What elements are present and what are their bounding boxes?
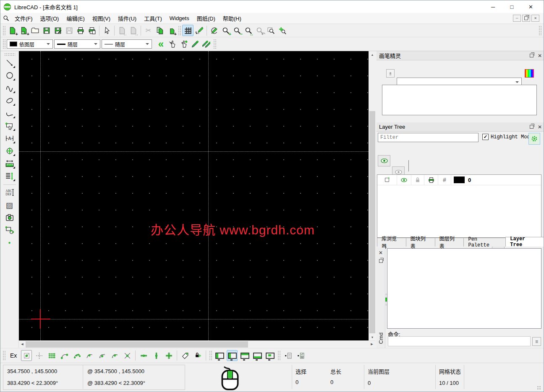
print-preview-button[interactable] bbox=[86, 25, 97, 36]
toolbar-handle[interactable] bbox=[3, 39, 5, 49]
float-panel-icon[interactable] bbox=[530, 125, 534, 129]
float-panel-icon[interactable] bbox=[379, 259, 383, 263]
dock-area-floating-button[interactable] bbox=[264, 350, 275, 361]
circle-tool-button[interactable] bbox=[3, 70, 16, 81]
layer-name[interactable]: 0 bbox=[468, 177, 471, 183]
toolbar-handle[interactable] bbox=[539, 26, 541, 36]
mdi-close-button[interactable]: ✕ bbox=[531, 15, 539, 22]
add-toolbar-widget-button[interactable] bbox=[295, 350, 306, 361]
draft-mode-button[interactable] bbox=[194, 25, 205, 36]
dock-area-bottom-button[interactable] bbox=[252, 350, 263, 361]
tab-layer-tree[interactable]: Layer Tree bbox=[505, 237, 544, 247]
open-button[interactable] bbox=[29, 25, 41, 36]
snap-entity-button[interactable] bbox=[71, 350, 82, 361]
toolbar-handle[interactable] bbox=[3, 26, 5, 36]
copy-button[interactable] bbox=[154, 25, 165, 36]
select-tool-button[interactable] bbox=[3, 120, 16, 132]
explode-text-tool-button[interactable]: ABCDEF bbox=[3, 187, 16, 198]
close-panel-icon[interactable]: ✕ bbox=[379, 250, 383, 256]
snap-relative-zero-button[interactable] bbox=[180, 350, 191, 361]
save-all-button[interactable] bbox=[63, 25, 75, 36]
menu-drawings[interactable]: 图纸(D) bbox=[193, 13, 219, 23]
snap-middle-button[interactable] bbox=[84, 350, 95, 361]
scroll-down-icon[interactable]: ▼ bbox=[369, 334, 376, 340]
point-tool-button[interactable]: ● bbox=[3, 237, 16, 249]
tab-block-list[interactable]: 图块列表 bbox=[406, 238, 435, 247]
dock-area-top-button[interactable] bbox=[239, 350, 250, 361]
restrict-horizontal-button[interactable] bbox=[138, 350, 149, 361]
scroll-right-icon[interactable]: ▶ bbox=[369, 341, 375, 348]
apply-pen-all-button[interactable] bbox=[201, 39, 212, 50]
toolbar-handle[interactable] bbox=[213, 39, 216, 49]
color-combobox[interactable]: 依图层 bbox=[7, 39, 53, 49]
zoom-auto-button[interactable]: ↔ bbox=[243, 25, 254, 36]
pen-plusminus-button[interactable]: ± bbox=[386, 69, 395, 78]
paste-button[interactable]: + bbox=[165, 25, 177, 36]
float-panel-icon[interactable] bbox=[530, 54, 534, 57]
command-history[interactable] bbox=[387, 248, 541, 329]
snap-intersection-button[interactable] bbox=[122, 350, 133, 361]
snap-endpoints-button[interactable] bbox=[59, 350, 70, 361]
snap-center-button[interactable] bbox=[97, 350, 107, 361]
print-button[interactable] bbox=[75, 25, 86, 36]
menu-widgets[interactable]: Widgets bbox=[166, 14, 193, 23]
menu-help[interactable]: 帮助(H) bbox=[219, 13, 245, 23]
lineweight-combobox[interactable]: 随层 bbox=[54, 39, 100, 49]
linetype-combobox[interactable]: 随层 bbox=[102, 39, 152, 49]
menu-edit[interactable]: 编辑(E) bbox=[63, 13, 88, 23]
layer-construction-icon[interactable]: # bbox=[438, 175, 451, 185]
scroll-up-icon[interactable]: ▲ bbox=[369, 51, 376, 58]
redo-button[interactable]: → bbox=[128, 25, 139, 36]
maximize-button[interactable]: □ bbox=[502, 1, 521, 13]
line-tool-button[interactable] bbox=[3, 57, 16, 69]
layer-settings-button[interactable] bbox=[528, 133, 540, 145]
vertical-scrollbar[interactable]: ▲ ▼ bbox=[369, 51, 376, 340]
tab-pen-palette[interactable]: Pen Palette bbox=[463, 238, 506, 247]
save-as-button[interactable] bbox=[52, 25, 63, 36]
close-panel-icon[interactable]: ✕ bbox=[538, 124, 542, 130]
image-tool-button[interactable] bbox=[3, 212, 16, 223]
lock-relative-zero-button[interactable] bbox=[192, 350, 203, 361]
layer-show-all-button[interactable] bbox=[378, 155, 390, 166]
color-picker-button[interactable] bbox=[525, 69, 534, 78]
drawing-canvas[interactable]: 办公人导航 www.bgrdh.com bbox=[19, 51, 369, 340]
block-tool-button[interactable] bbox=[3, 224, 16, 236]
layer-filter-input[interactable] bbox=[378, 133, 479, 142]
dimension-tool-button[interactable]: A bbox=[3, 132, 16, 144]
snap-distance-button[interactable] bbox=[109, 350, 120, 361]
zoom-window-button[interactable] bbox=[265, 25, 277, 36]
horizontal-scrollbar[interactable]: ◀ ▶ bbox=[19, 340, 375, 348]
scroll-left-icon[interactable]: ◀ bbox=[19, 341, 26, 348]
restrict-orthogonal-button[interactable] bbox=[163, 350, 174, 361]
dock-area-left-button[interactable] bbox=[214, 350, 225, 361]
pick-entity-button[interactable] bbox=[167, 39, 178, 50]
undo-button[interactable]: ← bbox=[116, 25, 128, 36]
new-drawing-button[interactable]: + bbox=[7, 25, 18, 36]
ellipse-tool-button[interactable] bbox=[3, 95, 16, 106]
toolbar-handle[interactable] bbox=[3, 350, 5, 361]
add-command-widget-button[interactable] bbox=[282, 350, 293, 361]
layer-visible-icon[interactable] bbox=[397, 175, 411, 185]
toolbar-handle[interactable] bbox=[178, 26, 181, 36]
zoom-out-button[interactable]: − bbox=[231, 25, 243, 36]
horizontal-scroll-thumb[interactable] bbox=[26, 341, 248, 348]
polyline-tool-button[interactable] bbox=[3, 107, 16, 119]
layer-print-icon[interactable] bbox=[424, 175, 438, 185]
zoom-in-button[interactable]: + bbox=[220, 25, 231, 36]
menu-view[interactable]: 视图(V) bbox=[89, 13, 114, 23]
select-pointer-button[interactable] bbox=[101, 25, 112, 36]
cut-button[interactable]: ✂ bbox=[143, 25, 154, 36]
pick-attributes-button[interactable] bbox=[178, 39, 189, 50]
modify-tool-button[interactable] bbox=[3, 145, 16, 157]
layer-row[interactable]: # 0 bbox=[377, 175, 541, 185]
command-options-button[interactable]: ≡ bbox=[532, 337, 541, 346]
layer-color-swatch[interactable] bbox=[454, 177, 465, 183]
snap-grid-button[interactable] bbox=[34, 350, 44, 361]
grid-toggle-button[interactable] bbox=[182, 25, 194, 36]
restrict-vertical-button[interactable] bbox=[151, 350, 162, 361]
save-button[interactable] bbox=[41, 25, 52, 36]
toolbar-handle[interactable] bbox=[209, 350, 212, 361]
hatch-tool-button[interactable]: ▨ bbox=[3, 199, 16, 211]
spline-tool-button[interactable] bbox=[3, 82, 16, 94]
order-tool-button[interactable] bbox=[3, 170, 16, 182]
